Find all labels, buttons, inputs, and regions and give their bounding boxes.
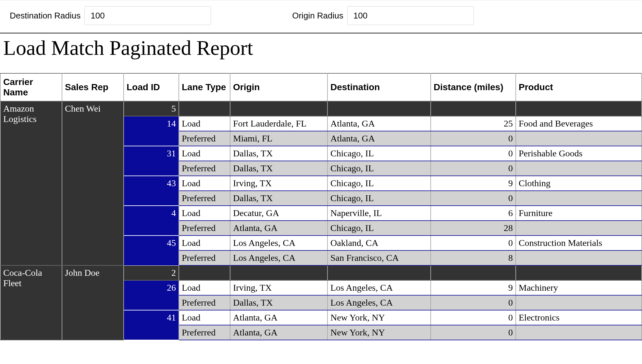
product-cell: Food and Beverages	[516, 116, 642, 131]
title-section: Load Match Paginated Report	[0, 33, 642, 73]
destination-cell: Chicago, IL	[327, 191, 431, 206]
blank-cell	[516, 265, 642, 280]
origin-cell: Los Angeles, CA	[230, 236, 327, 250]
carrier-group-header: Coca-Cola FleetJohn Doe2	[0, 265, 642, 280]
blank-cell	[431, 101, 516, 116]
destination-cell: Los Angeles, CA	[327, 280, 431, 295]
page-title: Load Match Paginated Report	[3, 36, 639, 60]
carrier-name-cell: Amazon Logistics	[0, 101, 62, 265]
load-id-cell: 31	[124, 146, 179, 176]
load-match-table: Carrier Name Sales Rep Load ID Lane Type…	[0, 73, 642, 340]
origin-radius-input[interactable]	[347, 6, 474, 25]
product-cell	[516, 221, 642, 236]
lane-type-cell: Preferred	[179, 191, 230, 206]
lane-type-cell: Preferred	[179, 131, 230, 146]
destination-cell: Chicago, IL	[327, 146, 431, 161]
product-cell	[516, 325, 642, 340]
distance-cell: 0	[431, 161, 516, 176]
col-header-lane[interactable]: Lane Type	[179, 73, 230, 101]
carrier-name-cell: Coca-Cola Fleet	[0, 265, 62, 340]
blank-cell	[516, 101, 642, 116]
table-header-row: Carrier Name Sales Rep Load ID Lane Type…	[0, 73, 642, 101]
load-id-cell: 41	[124, 310, 179, 340]
col-header-dest[interactable]: Destination	[327, 73, 431, 101]
destination-cell: New York, NY	[327, 310, 431, 325]
origin-cell: Dallas, TX	[230, 191, 327, 206]
origin-cell: Irving, TX	[230, 280, 327, 295]
lane-type-cell: Load	[179, 280, 230, 295]
origin-cell: Decatur, GA	[230, 206, 327, 221]
distance-cell: 0	[431, 295, 516, 310]
origin-radius-group: Origin Radius	[292, 6, 474, 25]
distance-cell: 9	[431, 176, 516, 191]
col-header-loadid[interactable]: Load ID	[124, 73, 179, 101]
distance-cell: 8	[431, 250, 516, 265]
distance-cell: 9	[431, 280, 516, 295]
destination-cell: Oakland, CA	[327, 236, 431, 250]
product-cell	[516, 295, 642, 310]
lane-type-cell: Preferred	[179, 161, 230, 176]
destination-radius-input[interactable]	[84, 6, 211, 25]
group-load-count: 2	[124, 265, 179, 280]
col-header-carrier[interactable]: Carrier Name	[0, 73, 62, 101]
origin-radius-label: Origin Radius	[292, 11, 343, 21]
lane-type-cell: Preferred	[179, 221, 230, 236]
origin-cell: Atlanta, GA	[230, 221, 327, 236]
product-cell	[516, 191, 642, 206]
distance-cell: 0	[431, 310, 516, 325]
col-header-dist[interactable]: Distance (miles)	[431, 73, 516, 101]
product-cell: Perishable Goods	[516, 146, 642, 161]
product-cell: Machinery	[516, 280, 642, 295]
col-header-prod[interactable]: Product	[516, 73, 642, 101]
product-cell	[516, 250, 642, 265]
product-cell: Clothing	[516, 176, 642, 191]
origin-cell: Dallas, TX	[230, 146, 327, 161]
load-id-cell: 4	[124, 206, 179, 236]
lane-type-cell: Load	[179, 146, 230, 161]
origin-cell: Fort Lauderdale, FL	[230, 116, 327, 131]
blank-cell	[431, 265, 516, 280]
lane-type-cell: Preferred	[179, 325, 230, 340]
blank-cell	[327, 101, 431, 116]
distance-cell: 0	[431, 236, 516, 250]
origin-cell: Atlanta, GA	[230, 310, 327, 325]
blank-cell	[179, 101, 230, 116]
destination-cell: Chicago, IL	[327, 221, 431, 236]
lane-type-cell: Load	[179, 236, 230, 250]
origin-cell: Los Angeles, CA	[230, 250, 327, 265]
product-cell	[516, 161, 642, 176]
destination-cell: San Francisco, CA	[327, 250, 431, 265]
destination-cell: Atlanta, GA	[327, 116, 431, 131]
load-id-cell: 14	[124, 116, 179, 146]
destination-cell: Chicago, IL	[327, 161, 431, 176]
load-id-cell: 45	[124, 236, 179, 265]
product-cell: Construction Materials	[516, 236, 642, 250]
distance-cell: 0	[431, 325, 516, 340]
lane-type-cell: Load	[179, 116, 230, 131]
load-id-cell: 43	[124, 176, 179, 206]
distance-cell: 6	[431, 206, 516, 221]
origin-cell: Atlanta, GA	[230, 325, 327, 340]
destination-cell: Chicago, IL	[327, 176, 431, 191]
blank-cell	[327, 265, 431, 280]
destination-cell: New York, NY	[327, 325, 431, 340]
origin-cell: Miami, FL	[230, 131, 327, 146]
origin-cell: Dallas, TX	[230, 161, 327, 176]
distance-cell: 0	[431, 191, 516, 206]
blank-cell	[179, 265, 230, 280]
col-header-rep[interactable]: Sales Rep	[62, 73, 124, 101]
product-cell: Furniture	[516, 206, 642, 221]
destination-cell: Atlanta, GA	[327, 131, 431, 146]
load-id-cell: 26	[124, 280, 179, 310]
group-load-count: 5	[124, 101, 179, 116]
destination-radius-group: Destination Radius	[10, 6, 211, 25]
destination-cell: Los Angeles, CA	[327, 295, 431, 310]
distance-cell: 28	[431, 221, 516, 236]
distance-cell: 0	[431, 146, 516, 161]
col-header-origin[interactable]: Origin	[230, 73, 327, 101]
blank-cell	[230, 101, 327, 116]
distance-cell: 0	[431, 131, 516, 146]
destination-cell: Naperville, IL	[327, 206, 431, 221]
origin-cell: Dallas, TX	[230, 295, 327, 310]
sales-rep-cell: John Doe	[62, 265, 124, 340]
